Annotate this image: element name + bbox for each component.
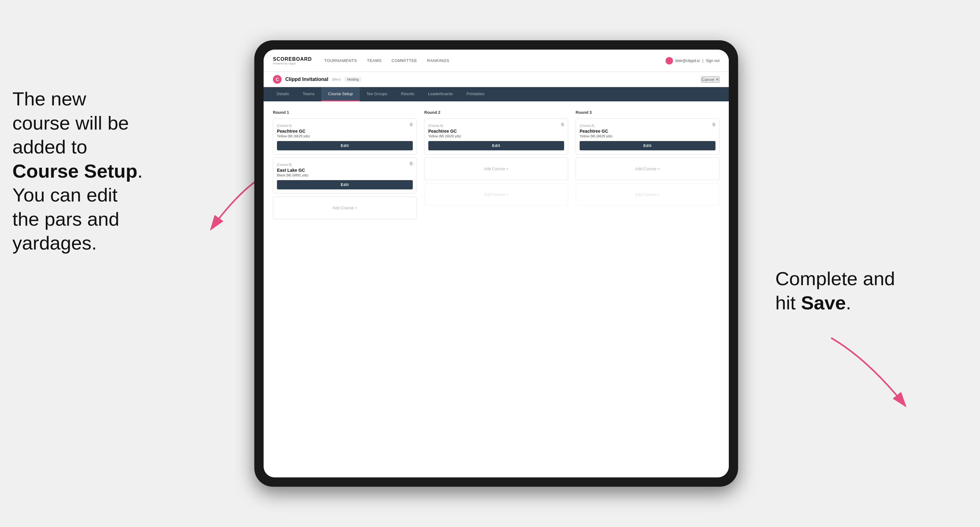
round-2-course-a-name: Peachtree GC (428, 129, 564, 133)
round-1-course-a-card: (Course A) 🗑 Peachtree GC Yellow (M) (66… (273, 118, 417, 154)
user-email: blair@clippd.io (675, 59, 700, 63)
round-3-course-a-name: Peachtree GC (580, 129, 716, 133)
tournament-name: Clippd Invitational (285, 76, 328, 82)
nav-committee[interactable]: COMMITTEE (392, 58, 417, 63)
round-2-title: Round 2 (424, 110, 568, 115)
round-1-course-a-name: Peachtree GC (277, 129, 413, 133)
round-1-add-course-label: Add Course + (332, 206, 357, 210)
round-3-column: Round 3 (Course A) 🗑 Peachtree GC Yellow… (576, 110, 719, 222)
round-3-add-course-button[interactable]: Add Course + (576, 157, 719, 180)
round-2-add-course-button[interactable]: Add Course + (424, 157, 568, 180)
tab-course-setup[interactable]: Course Setup (321, 87, 360, 102)
round-2-add-course-label: Add Course + (484, 167, 509, 171)
avatar (665, 57, 673, 65)
round-1-course-b-edit-button[interactable]: Edit (277, 180, 413, 189)
annotation-bold-course-setup: Course Setup (13, 160, 137, 182)
logo-c: C (273, 75, 282, 84)
tab-bar: Details Teams Course Setup Tee Groups Re… (264, 87, 729, 102)
tab-printables[interactable]: Printables (460, 87, 491, 102)
round-1-course-a-edit-button[interactable]: Edit (277, 141, 413, 150)
round-2-course-a-label: (Course A) (428, 124, 443, 127)
brand: SCOREBOARD Powered by clippd (273, 56, 312, 65)
round-1-course-b-tee: Black (M) (6891 yds) (277, 173, 413, 177)
cancel-button[interactable]: Cancel ✕ (701, 76, 719, 83)
round-3-course-a-card: (Course A) 🗑 Peachtree GC Yellow (M) (66… (576, 118, 719, 154)
round-2-course-a-edit-button[interactable]: Edit (428, 141, 564, 150)
nav-rankings[interactable]: RANKINGS (427, 58, 449, 63)
round-3-add-course-disabled: Add Course + (576, 183, 719, 206)
round-1-course-b-name: East Lake GC (277, 168, 413, 173)
sign-out-link[interactable]: Sign out (706, 59, 719, 63)
round-1-course-a-trash-icon[interactable]: 🗑 (409, 122, 414, 127)
tab-leaderboards[interactable]: Leaderboards (421, 87, 460, 102)
round-3-course-a-tee: Yellow (M) (6629 yds) (580, 134, 716, 138)
nav-separator: | (702, 59, 703, 63)
round-3-course-a-trash-icon[interactable]: 🗑 (712, 122, 716, 127)
round-1-course-a-tee: Yellow (M) (6629 yds) (277, 134, 413, 138)
round-2-course-a-card: (Course A) 🗑 Peachtree GC Yellow (M) (66… (424, 118, 568, 154)
round-3-course-a-edit-button[interactable]: Edit (580, 141, 716, 150)
nav-teams[interactable]: TEAMS (367, 58, 382, 63)
brand-sub: Powered by clippd (273, 62, 312, 65)
round-1-title: Round 1 (273, 110, 417, 115)
brand-name: SCOREBOARD (273, 56, 312, 62)
top-nav: SCOREBOARD Powered by clippd TOURNAMENTS… (264, 49, 729, 72)
round-3-title: Round 3 (576, 110, 719, 115)
round-1-course-a-label: (Course A) (277, 124, 292, 127)
round-1-course-b-trash-icon[interactable]: 🗑 (409, 161, 414, 166)
round-2-add-course-disabled-label: Add Course + (484, 192, 509, 197)
round-1-add-course-button[interactable]: Add Course + (273, 197, 417, 219)
round-3-course-a-label: (Course A) (580, 124, 595, 127)
main-content: Round 1 (Course A) 🗑 Peachtree GC Yellow… (264, 102, 729, 478)
nav-tournaments[interactable]: TOURNAMENTS (325, 58, 357, 63)
nav-right: blair@clippd.io | Sign out (665, 57, 719, 65)
tablet-device: SCOREBOARD Powered by clippd TOURNAMENTS… (254, 40, 738, 487)
tab-details[interactable]: Details (270, 87, 296, 102)
annotation-bold-save: Save (801, 292, 846, 313)
round-2-add-course-disabled: Add Course + (424, 183, 568, 206)
tab-tee-groups[interactable]: Tee Groups (360, 87, 394, 102)
round-1-column: Round 1 (Course A) 🗑 Peachtree GC Yellow… (273, 110, 417, 222)
round-3-add-course-disabled-label: Add Course + (635, 192, 660, 197)
sub-header-left: C Clippd Invitational (Men) Hosting (273, 75, 361, 84)
tournament-gender: (Men) (332, 78, 341, 81)
hosting-badge: Hosting (345, 77, 361, 82)
round-1-course-b-label: (Course B) (277, 163, 292, 167)
tab-results[interactable]: Results (394, 87, 421, 102)
sub-header: C Clippd Invitational (Men) Hosting Canc… (264, 72, 729, 87)
round-2-course-a-trash-icon[interactable]: 🗑 (560, 122, 565, 127)
tab-teams[interactable]: Teams (296, 87, 321, 102)
annotation-right: Complete and hit Save. (775, 267, 961, 315)
tablet-screen: SCOREBOARD Powered by clippd TOURNAMENTS… (264, 49, 729, 478)
round-1-course-b-card: (Course B) 🗑 East Lake GC Black (M) (689… (273, 157, 417, 194)
round-2-column: Round 2 (Course A) 🗑 Peachtree GC Yellow… (424, 110, 568, 222)
arrow-right (819, 335, 918, 415)
rounds-grid: Round 1 (Course A) 🗑 Peachtree GC Yellow… (273, 110, 719, 222)
round-2-course-a-tee: Yellow (M) (6629 yds) (428, 134, 564, 138)
round-3-add-course-label: Add Course + (635, 167, 660, 171)
nav-links: TOURNAMENTS TEAMS COMMITTEE RANKINGS (325, 58, 665, 63)
